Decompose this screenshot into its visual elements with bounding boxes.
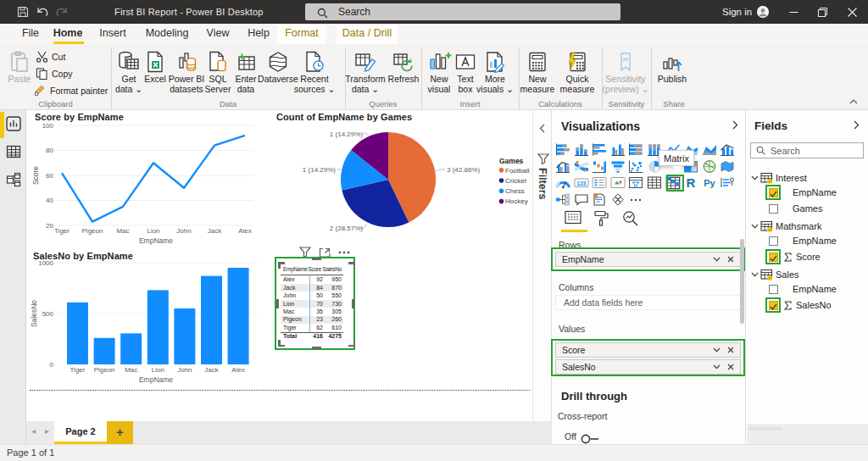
multi-row-card-icon[interactable] <box>592 176 607 190</box>
funnel-chart-icon[interactable] <box>610 160 626 174</box>
line-chart[interactable]: 20406080100TigerPigeonMacLionJohnJackAle… <box>26 122 281 256</box>
paginated-report-icon[interactable] <box>592 193 607 207</box>
stacked-bar-chart-icon[interactable] <box>555 143 570 157</box>
field-checkbox-checked[interactable] <box>769 188 778 197</box>
visualizations-scrollbar[interactable] <box>740 239 744 324</box>
field-checkbox[interactable] <box>769 285 778 294</box>
selection-handle-edge[interactable] <box>312 347 321 349</box>
menu-tab-modeling[interactable]: Modeling <box>141 24 193 44</box>
pie-chart[interactable]: 3 (42.86%)2 (28.57%)1 (14.29%)1 (14.29%)… <box>272 110 532 246</box>
columns-drop-area[interactable]: Add data fields here <box>555 295 741 310</box>
chevron-down-icon[interactable] <box>713 347 721 353</box>
horizontal-scrollbar[interactable] <box>748 427 782 430</box>
fields-field-interest-games[interactable]: Games <box>747 202 868 218</box>
restore-button[interactable] <box>808 0 837 24</box>
clustered-bar-chart-icon[interactable] <box>592 143 607 157</box>
remove-field-icon[interactable] <box>727 347 734 353</box>
selection-handle-corner[interactable] <box>348 262 355 269</box>
format-tab-icon[interactable] <box>593 210 612 227</box>
kpi-icon[interactable] <box>610 176 626 190</box>
chevron-down-icon[interactable] <box>713 364 721 369</box>
menu-tab-insert[interactable]: Insert <box>94 24 131 44</box>
nav-model-view[interactable] <box>6 172 21 187</box>
gauge-icon[interactable] <box>555 176 570 190</box>
ribbon-button-cut[interactable]: Cut <box>36 51 65 63</box>
field-pill-rows-field-empname[interactable]: EmpName <box>555 252 741 267</box>
ribbon-chart-icon[interactable] <box>574 160 589 174</box>
field-checkbox[interactable] <box>769 236 778 246</box>
global-search-input[interactable]: Search <box>305 3 620 20</box>
focus-mode-icon[interactable] <box>319 247 331 258</box>
fields-table-interest[interactable]: Interest <box>747 169 868 186</box>
field-checkbox[interactable] <box>769 204 778 214</box>
fields-table-mathsmark[interactable]: Mathsmark <box>747 218 868 234</box>
matrix-column-header[interactable]: EmpName <box>283 266 308 272</box>
add-page-button[interactable]: + <box>107 421 133 444</box>
nav-data-view[interactable] <box>6 144 21 159</box>
fields-table-sales[interactable]: Sales <box>747 266 868 282</box>
fields-tab-icon[interactable] <box>565 210 583 227</box>
fields-search-input[interactable]: Search <box>750 142 864 158</box>
pct-stacked-bar-chart-icon[interactable] <box>628 143 643 157</box>
selection-handle-edge[interactable] <box>352 299 354 308</box>
more-icon[interactable] <box>628 193 643 207</box>
waterfall-chart-icon[interactable] <box>592 160 607 174</box>
matrix-column-header[interactable]: Score <box>309 266 321 272</box>
ribbon-button-format-painter[interactable]: Format painter <box>34 85 108 97</box>
ribbon-button-quick-measure[interactable]: Quick measure <box>554 47 601 94</box>
report-canvas[interactable]: Score by EmpName20406080100TigerPigeonMa… <box>26 110 532 421</box>
field-checkbox-checked[interactable] <box>769 301 778 310</box>
stacked-column-chart-icon[interactable] <box>574 143 589 157</box>
ribbon-button-copy[interactable]: Copy <box>36 68 73 80</box>
ribbon-button-publish[interactable]: Publish <box>648 47 696 85</box>
scatter-chart-icon[interactable] <box>628 160 643 174</box>
field-pill-values-field-score[interactable]: Score <box>555 342 741 358</box>
menu-tab-file[interactable]: File <box>14 24 47 44</box>
chevron-expanded-icon[interactable] <box>751 272 759 277</box>
qa-icon[interactable] <box>574 193 589 207</box>
line-stacked-column-icon[interactable] <box>720 143 735 157</box>
chevron-expanded-icon[interactable] <box>751 224 759 229</box>
fields-field-mathsmark-score[interactable]: Score <box>747 250 868 266</box>
chevron-down-icon[interactable] <box>713 257 721 262</box>
r-script-icon[interactable]: R <box>683 176 698 190</box>
matrix-column-header[interactable]: SalesNo <box>323 266 342 272</box>
selection-handle-corner[interactable] <box>348 340 355 347</box>
selection-handle-edge[interactable] <box>276 299 279 308</box>
ribbon-button-more-visuals[interactable]: More visuals ⌄ <box>471 47 519 94</box>
menu-tab-help[interactable]: Help <box>241 24 276 44</box>
menu-tab-format[interactable]: Format <box>277 24 326 44</box>
fields-field-interest-empname[interactable]: EmpName <box>747 186 868 202</box>
menu-tab-data-drill[interactable]: Data / Drill <box>337 24 398 44</box>
minimize-button[interactable] <box>779 0 808 24</box>
selection-handle-edge[interactable] <box>312 258 321 260</box>
card-icon[interactable]: 123 <box>574 176 589 190</box>
arcgis-icon[interactable] <box>610 193 626 207</box>
page-nav-back-arrow[interactable]: ◂ <box>31 426 36 436</box>
nav-report-view[interactable] <box>6 116 21 131</box>
field-pill-values-field-salesno[interactable]: SalesNo <box>555 359 741 375</box>
filled-map-icon[interactable] <box>720 160 735 174</box>
table-icon[interactable] <box>647 176 662 190</box>
filters-pane-label[interactable]: Filters <box>537 168 548 200</box>
field-checkbox-checked[interactable] <box>769 253 778 262</box>
analytics-tab-icon[interactable] <box>622 210 641 227</box>
map-icon[interactable] <box>702 160 717 174</box>
page-nav-forward-arrow[interactable]: ▸ <box>45 426 49 436</box>
clustered-column-chart-icon[interactable] <box>610 143 626 157</box>
collapse-visualizations-chevron[interactable] <box>732 120 738 132</box>
fields-field-sales-empname[interactable]: EmpName <box>747 282 868 298</box>
close-button[interactable] <box>837 0 868 24</box>
matrix-visual-table[interactable]: EmpNameScoreSalesNoAlex92950Jack84870Joh… <box>281 264 345 342</box>
collapse-ribbon-chevron[interactable] <box>849 97 858 106</box>
remove-field-icon[interactable] <box>727 364 734 370</box>
avatar[interactable] <box>757 6 769 18</box>
key-influencers-icon[interactable] <box>720 176 735 190</box>
slicer-icon[interactable] <box>628 176 643 190</box>
sign-in-button[interactable]: Sign in <box>722 0 752 24</box>
menu-tab-home[interactable]: Home <box>49 24 86 44</box>
page-tab-page-2[interactable]: Page 2 <box>54 421 107 444</box>
more-options-icon[interactable] <box>338 251 350 254</box>
collapse-fields-chevron[interactable] <box>854 120 860 132</box>
stacked-area-chart-icon[interactable] <box>702 143 717 157</box>
